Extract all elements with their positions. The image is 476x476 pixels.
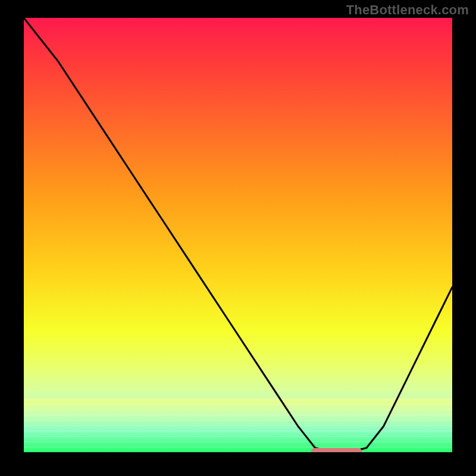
- chart-frame: TheBottleneck.com: [0, 0, 476, 476]
- bottleneck-curve: [24, 18, 452, 452]
- curve-layer: [24, 18, 452, 452]
- attribution-text: TheBottleneck.com: [346, 2, 469, 18]
- plot-area: [24, 18, 452, 452]
